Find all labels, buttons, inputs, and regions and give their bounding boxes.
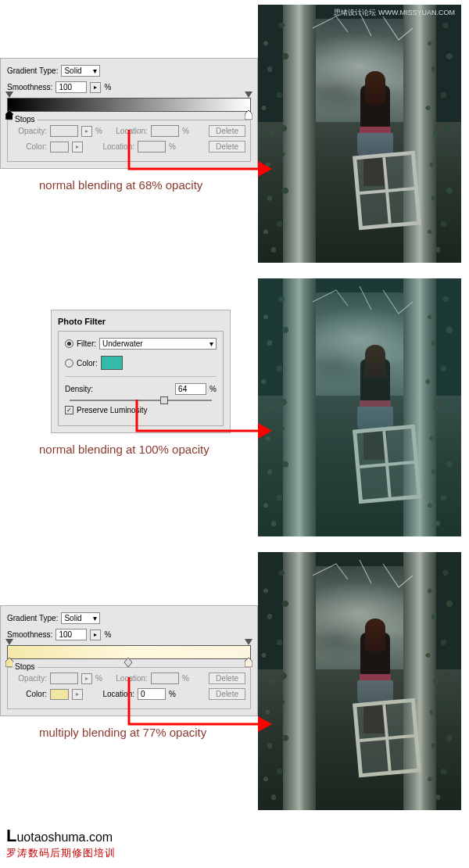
color-radio[interactable] [65,359,73,368]
stops-legend: Stops [13,662,38,671]
chevron-down-icon: ▾ [93,614,97,622]
opacity-label: Opacity: [13,674,47,683]
opacity-stop[interactable] [245,639,252,645]
result-image: 思绪设计论坛 WWW.MISSYUAN.COM [258,5,461,263]
color-swatch[interactable] [101,356,123,370]
smoothness-label: Smoothness: [7,83,52,91]
panel-title: Photo Filter [58,317,224,326]
color-stop[interactable] [245,658,252,667]
opacity-input[interactable] [50,673,78,684]
percent-sign: % [209,385,217,393]
color-label: Color: [13,690,47,698]
watermark: Luotaoshuma.com 罗涛数码后期修图培训 [6,826,469,860]
result-image [258,278,461,536]
chevron-down-icon: ▾ [93,66,97,75]
dropdown-toggle[interactable]: ▸ [81,126,92,137]
result-image [258,552,461,810]
opacity-input[interactable] [50,125,78,137]
gradient-type-select[interactable]: Solid▾ [61,612,100,624]
arrow-icon [133,400,274,447]
smoothness-input[interactable] [55,81,87,93]
opacity-stop[interactable] [5,639,13,645]
arrow-icon [125,677,274,740]
dropdown-toggle[interactable]: ▸ [72,689,83,700]
stops-legend: Stops [13,115,38,124]
gradient-bar[interactable] [7,98,251,112]
dropdown-toggle[interactable]: ▸ [90,629,101,640]
percent-sign: % [104,83,111,91]
density-label: Density: [65,385,93,393]
filter-radio[interactable] [65,339,73,348]
opacity-stop[interactable] [5,91,13,98]
color-swatch[interactable] [50,142,69,152]
gradient-type-label: Gradient Type: [7,614,58,622]
arrow-icon [125,130,274,185]
opacity-label: Opacity: [13,127,47,135]
filter-select[interactable]: Underwater▾ [99,338,217,350]
preserve-checkbox[interactable]: ✓ [65,406,73,414]
gradient-type-select[interactable]: Solid▾ [61,65,100,77]
gradient-type-label: Gradient Type: [7,66,58,75]
chevron-down-icon: ▾ [209,339,213,348]
opacity-stop[interactable] [245,91,252,98]
color-label: Color: [13,142,47,151]
color-stop[interactable] [245,110,252,120]
dropdown-toggle[interactable]: ▸ [72,142,83,152]
dropdown-toggle[interactable]: ▸ [81,673,92,684]
color-label: Color: [77,359,98,368]
density-value[interactable]: 64 [175,383,206,395]
color-swatch[interactable] [50,689,69,700]
percent-sign: % [104,630,111,639]
midpoint[interactable] [124,658,132,667]
smoothness-input[interactable] [55,629,87,640]
filter-label: Filter: [77,339,96,348]
smoothness-label: Smoothness: [7,630,52,639]
dropdown-toggle[interactable]: ▸ [90,82,101,93]
